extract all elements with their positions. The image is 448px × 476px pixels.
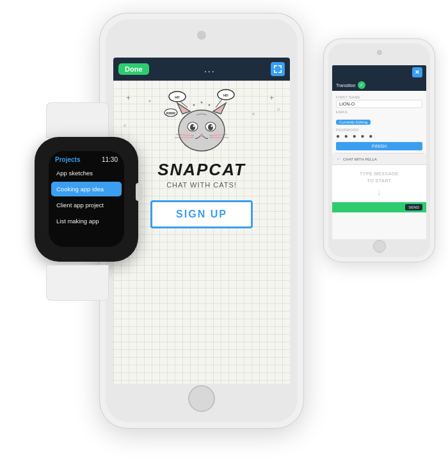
deco-plus-1: + xyxy=(126,93,131,102)
deco-plus-2: + xyxy=(269,93,274,102)
watch-band-bottom xyxy=(46,265,109,301)
firstname-label: FIRST NAME xyxy=(336,95,422,99)
svg-point-8 xyxy=(179,110,225,151)
password-label: PASSWORD xyxy=(336,128,422,132)
finish-button[interactable]: FINISH xyxy=(336,142,422,150)
svg-point-28 xyxy=(209,104,211,106)
done-button[interactable]: Done xyxy=(118,63,149,75)
right-toolbar: ✕ xyxy=(332,65,426,79)
iphone-right: ✕ Transition ✓ FIRST NAME LION-O EMAIL C… xyxy=(323,38,435,262)
svg-point-25 xyxy=(212,131,222,141)
watch-list: App sketches Cooking app idea Client app… xyxy=(49,166,124,228)
transition-label: Transition xyxy=(336,83,355,88)
chat-placeholder: TYPE MESSAGE TO START xyxy=(360,170,399,184)
close-button[interactable]: ✕ xyxy=(412,67,422,77)
iphone-right-screen: ✕ Transition ✓ FIRST NAME LION-O EMAIL C… xyxy=(332,65,426,239)
watch-list-item-list-app[interactable]: List making app xyxy=(51,214,122,228)
svg-text:HI!: HI! xyxy=(175,95,180,99)
cat-logo: HI! HI! RRRR xyxy=(163,87,240,157)
iphone-right-home-button[interactable] xyxy=(373,240,386,253)
watch-list-item-cooking-app[interactable]: Cooking app idea xyxy=(51,182,122,196)
watch-list-item-app-sketches[interactable]: App sketches xyxy=(51,166,122,180)
watch-band-top xyxy=(46,102,109,138)
chat-header-label: CHAT WITH FELLA xyxy=(343,157,377,161)
iphone-right-camera xyxy=(377,50,382,55)
watch-projects-label: Projects xyxy=(55,156,80,163)
deco-x-2: × xyxy=(276,106,280,113)
svg-text:RRRR: RRRR xyxy=(166,111,176,115)
watch-header: Projects 11:30 xyxy=(49,151,124,166)
svg-point-18 xyxy=(211,125,213,127)
send-button[interactable]: SEND xyxy=(405,204,422,210)
watch-list-item-client-app[interactable]: Client app project xyxy=(51,198,122,212)
svg-point-27 xyxy=(201,102,203,104)
svg-point-24 xyxy=(181,131,191,141)
email-label: EMAIL xyxy=(336,110,422,114)
chat-arrow-down-icon: ↓ xyxy=(377,187,381,197)
svg-text:HI!: HI! xyxy=(223,93,228,97)
currently-editing-badge: Currently Editing xyxy=(336,120,371,125)
iphone-center-camera xyxy=(197,31,206,40)
watch-time: 11:30 xyxy=(102,156,118,163)
svg-point-16 xyxy=(208,124,213,131)
toolbar-dots: ... xyxy=(204,64,216,74)
svg-point-26 xyxy=(193,104,195,106)
send-bar: SEND xyxy=(332,202,426,212)
firstname-input[interactable]: LION-O xyxy=(336,100,422,108)
svg-point-17 xyxy=(193,125,195,127)
svg-point-15 xyxy=(190,124,195,131)
transition-check-icon: ✓ xyxy=(358,81,365,89)
apple-watch: Projects 11:30 App sketches Cooking app … xyxy=(26,128,147,275)
deco-dot-1 xyxy=(148,100,151,102)
expand-button[interactable] xyxy=(271,62,285,76)
signup-button[interactable]: SIGN UP xyxy=(150,200,253,228)
iphone-center-home-button[interactable] xyxy=(188,385,215,412)
scene: Done ... + + × × xyxy=(0,0,448,476)
right-form: FIRST NAME LION-O EMAIL Currently Editin… xyxy=(332,91,426,153)
watch-screen: Projects 11:30 App sketches Cooking app … xyxy=(49,151,124,247)
chat-body: TYPE MESSAGE TO START ↓ xyxy=(332,165,426,202)
deco-dot-2 xyxy=(252,113,255,115)
transition-bar: Transition ✓ xyxy=(332,79,426,91)
watch-body: Projects 11:30 App sketches Cooking app … xyxy=(35,137,138,262)
back-arrow-icon[interactable]: ← xyxy=(336,156,341,162)
watch-crown[interactable] xyxy=(136,183,142,201)
password-dots[interactable]: ● ● ● ● ● xyxy=(336,132,422,139)
center-toolbar: Done ... xyxy=(113,58,290,81)
chat-header: ← CHAT WITH FELLA xyxy=(332,154,426,165)
